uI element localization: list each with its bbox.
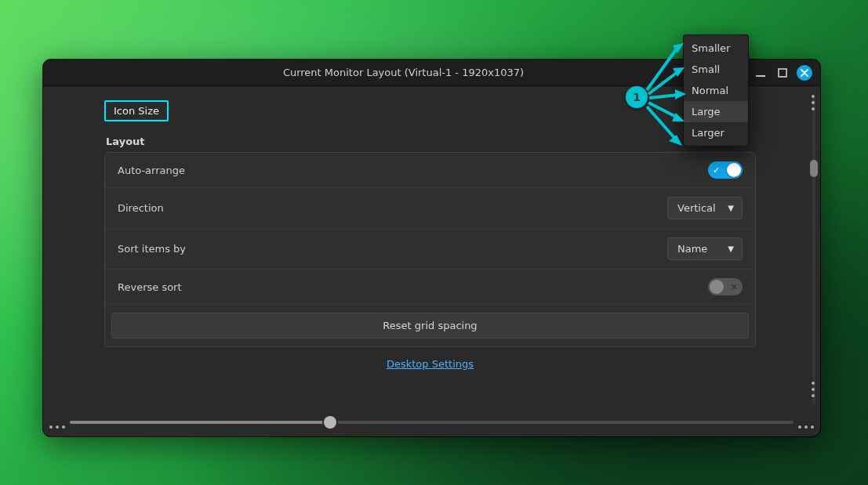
vertical-scrollbar-track[interactable]	[812, 97, 815, 405]
icon-size-menu-item[interactable]: Larger	[684, 122, 748, 143]
chevron-down-icon: ▼	[728, 204, 734, 212]
minimize-button[interactable]	[753, 65, 768, 81]
maximize-button[interactable]	[775, 65, 790, 81]
row-label: Direction	[118, 202, 667, 214]
x-icon: ✕	[731, 283, 738, 291]
icon-size-menu-item[interactable]: Normal	[684, 80, 748, 101]
resize-handle-icon[interactable]	[798, 425, 814, 429]
auto-arrange-toggle[interactable]: ✓	[708, 161, 743, 179]
icon-size-menu[interactable]: SmallerSmallNormalLargeLarger	[683, 34, 749, 147]
svg-rect-1	[779, 69, 786, 77]
row-label: Auto-arrange	[118, 165, 708, 176]
icon-size-highlight[interactable]: Icon Size	[104, 100, 169, 121]
row-sort-by: Sort items by Name ▼	[105, 228, 755, 269]
reverse-sort-toggle[interactable]: ✕	[708, 278, 743, 295]
row-label: Sort items by	[118, 243, 667, 255]
annotation-badge-1: 1	[626, 86, 648, 108]
link-row: Desktop Settings	[104, 347, 756, 370]
window-controls	[753, 65, 812, 81]
layout-section-title: Layout	[104, 136, 756, 147]
row-reset: Reset grid spacing	[105, 304, 755, 346]
icon-size-slider[interactable]	[70, 421, 794, 424]
kebab-menu-icon[interactable]	[812, 95, 815, 110]
icon-size-menu-item[interactable]: Large	[684, 101, 748, 122]
row-auto-arrange: Auto-arrange ✓	[105, 153, 755, 187]
layout-panel: Auto-arrange ✓ Direction Vertical ▼ Sort…	[104, 152, 756, 347]
select-value: Name	[677, 243, 707, 255]
resize-handle-icon[interactable]	[49, 425, 65, 429]
icon-size-menu-item[interactable]: Small	[684, 59, 748, 80]
row-reverse-sort: Reverse sort ✕	[105, 269, 755, 304]
reset-grid-spacing-button[interactable]: Reset grid spacing	[111, 313, 749, 338]
check-icon: ✓	[713, 166, 720, 175]
vertical-scrollbar-thumb[interactable]	[810, 160, 818, 177]
close-button[interactable]	[797, 65, 812, 81]
row-direction: Direction Vertical ▼	[105, 187, 755, 228]
window-title: Current Monitor Layout (Virtual-1 - 1920…	[54, 67, 753, 78]
slider-fill	[70, 421, 330, 424]
icon-size-menu-item[interactable]: Smaller	[684, 38, 748, 59]
select-value: Vertical	[677, 202, 716, 214]
resize-handle-icon[interactable]	[812, 382, 815, 397]
row-label: Reverse sort	[118, 281, 708, 293]
svg-rect-0	[756, 75, 765, 77]
slider-knob[interactable]	[324, 416, 336, 429]
desktop-settings-link[interactable]: Desktop Settings	[387, 358, 474, 370]
sort-by-select[interactable]: Name ▼	[667, 237, 743, 260]
direction-select[interactable]: Vertical ▼	[667, 197, 743, 219]
chevron-down-icon: ▼	[728, 244, 734, 253]
